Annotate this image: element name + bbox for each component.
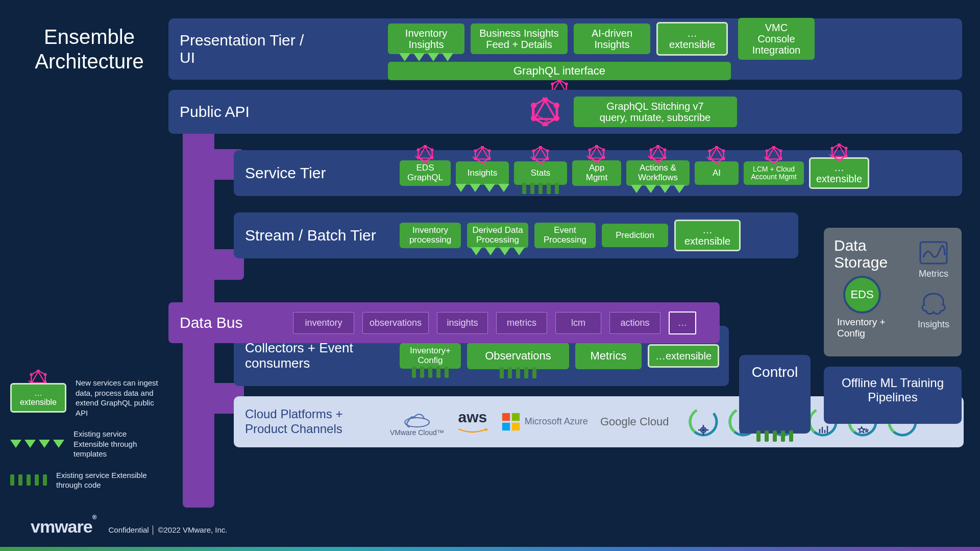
box-observations: Observations <box>467 343 569 369</box>
legend: …extensible New services can ingest data… <box>10 378 163 501</box>
graphql-icon <box>649 145 667 162</box>
svg-point-19 <box>431 149 434 152</box>
label: Google Cloud <box>600 415 669 428</box>
box-extensible: …extensible <box>674 220 741 251</box>
svg-point-3 <box>565 82 568 85</box>
svg-point-44 <box>602 156 605 159</box>
svg-point-18 <box>424 145 427 148</box>
tier-label: Cloud Platforms + Product Channels <box>245 407 378 437</box>
svg-point-14 <box>531 115 536 121</box>
legend-templates: Existing service Extensible through temp… <box>10 429 163 459</box>
svg-point-79 <box>830 147 834 150</box>
label: Metrics <box>919 269 948 279</box>
box-event-processing: Event Processing <box>534 223 596 248</box>
legend-extensible: …extensible New services can ingest data… <box>10 378 163 418</box>
svg-marker-8 <box>533 99 556 125</box>
svg-point-58 <box>715 146 718 149</box>
svg-point-75 <box>845 147 848 150</box>
legend-text: Existing service Extensible through temp… <box>74 429 163 459</box>
graphql-icon <box>474 146 491 163</box>
svg-point-35 <box>546 149 549 152</box>
tier-public-api: Public API GraphQL Stitching v7 query, m… <box>168 90 962 134</box>
svg-point-55 <box>649 149 652 152</box>
svg-point-26 <box>481 146 484 149</box>
svg-point-20 <box>431 156 434 159</box>
tier-presentation: Presentation Tier / UI Inventory Insight… <box>168 18 962 80</box>
label: Insights <box>918 319 949 330</box>
box-graphql-stitching: GraphQL Stitching v7 query, mutate, subs… <box>574 97 737 127</box>
svg-rect-81 <box>502 413 510 421</box>
tier-label: Service Tier <box>245 164 390 182</box>
svg-point-74 <box>838 143 841 146</box>
code-icon <box>412 367 449 378</box>
label: …extensible <box>816 162 863 184</box>
svg-marker-41 <box>590 147 603 158</box>
box-insights: Insights <box>456 161 509 185</box>
svg-point-42 <box>595 145 598 148</box>
svg-point-88 <box>702 429 704 431</box>
diagram-title: Ensemble Architecture <box>15 25 163 74</box>
label: LCM + Cloud Account Mgmt <box>749 165 799 181</box>
svg-point-60 <box>722 157 725 160</box>
svg-rect-84 <box>512 423 520 430</box>
label: Insights <box>461 169 504 178</box>
templates-icon <box>10 440 64 448</box>
storage-metrics: Metrics <box>918 240 949 279</box>
logo-vmware-cloud: VMware Cloud™ <box>390 407 444 437</box>
svg-point-28 <box>488 157 491 160</box>
label: GraphQL Stitching v7 <box>581 101 730 112</box>
box-lcm-cloud: LCM + Cloud Account Mgmt <box>744 161 804 185</box>
label: Data Storage <box>834 237 905 271</box>
svg-point-43 <box>602 149 605 152</box>
svg-point-59 <box>722 149 725 152</box>
footer: vmware® Confidential │ ©2022 VMware, Inc… <box>31 517 228 537</box>
svg-marker-49 <box>651 147 665 158</box>
label: …extensible <box>654 350 713 362</box>
box-inventory-insights: Inventory Insights <box>388 23 464 54</box>
code-icon <box>522 183 559 194</box>
box-business-insights: Business Insights Feed + Details <box>471 23 568 54</box>
templates-icon <box>399 53 453 61</box>
svg-point-53 <box>656 160 659 163</box>
svg-marker-114 <box>32 372 45 383</box>
graphql-icon <box>416 145 434 162</box>
legend-text: New services can ingest data, process da… <box>76 378 163 418</box>
svg-point-61 <box>715 161 718 163</box>
graphql-icon <box>531 98 559 126</box>
label: Observations <box>474 350 562 362</box>
svg-point-37 <box>539 161 542 163</box>
box-derived-data: Derived Data Processing <box>467 223 528 248</box>
footer-gradient <box>0 547 980 551</box>
vmware-logo: vmware® <box>31 517 96 537</box>
box-stats: Stats <box>514 161 567 185</box>
svg-marker-57 <box>710 148 723 159</box>
topic-actions: actions <box>609 312 660 334</box>
label: GraphQL interface <box>513 64 605 78</box>
topic-lcm: lcm <box>555 312 601 334</box>
svg-point-12 <box>553 115 559 121</box>
label: Inventory + Config <box>837 317 905 339</box>
label: AI-driven Insights <box>581 28 643 50</box>
svg-marker-48 <box>651 146 665 162</box>
graphql-icon <box>708 146 725 163</box>
box-inventory-config: Inventory+ Config <box>400 343 461 368</box>
svg-point-67 <box>779 149 782 152</box>
box-actions-workflows: Actions & Workflows <box>626 160 690 185</box>
svg-point-10 <box>542 98 548 102</box>
label: Inventory processing <box>405 226 456 245</box>
svg-point-68 <box>779 157 782 160</box>
svg-point-21 <box>424 160 427 163</box>
svg-point-36 <box>546 157 549 160</box>
label: Metrics <box>582 350 634 362</box>
tier-label: Presentation Tier / UI <box>180 32 307 67</box>
code-icon <box>10 474 47 486</box>
svg-point-30 <box>474 157 477 160</box>
label: VMware Cloud™ <box>390 428 444 437</box>
box-extensible: …extensible <box>809 157 869 189</box>
svg-point-2 <box>558 79 561 82</box>
tier-databus: Data Bus inventory observations insights… <box>168 302 720 343</box>
svg-point-50 <box>656 145 659 148</box>
code-icon <box>500 367 536 378</box>
label: VMC Console Integration <box>745 22 807 56</box>
svg-point-51 <box>664 149 667 152</box>
